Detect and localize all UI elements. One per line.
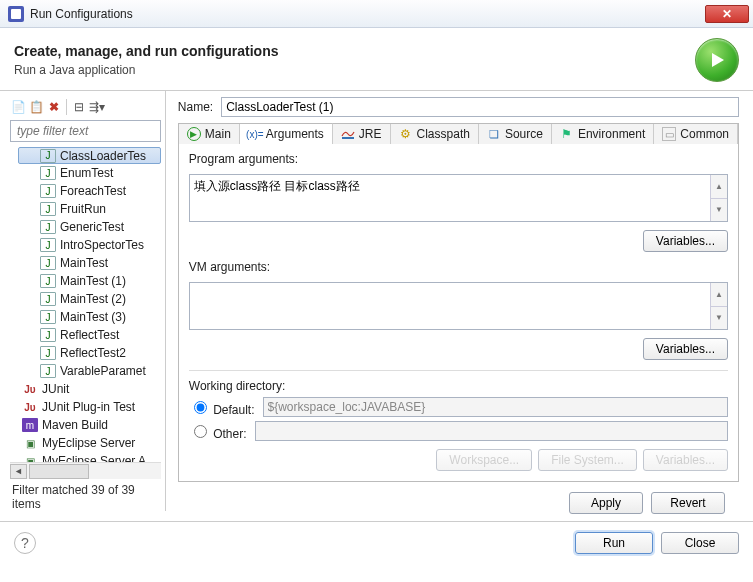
close-button[interactable]: Close [661,532,739,554]
wd-default-radio[interactable]: Default: [189,398,255,417]
tree-item-label: ForeachTest [60,184,126,198]
ji-icon: J [40,166,56,180]
environment-tab-icon: ⚑ [560,127,574,141]
program-args-variables-button[interactable]: Variables... [643,230,728,252]
srv-icon: ▣ [22,454,38,462]
detail-pane: Name: ▶Main(x)=ArgumentsJRE⚙Classpath❏So… [166,91,753,511]
tree-item-label: GenericTest [60,220,124,234]
vm-args-field[interactable]: ▲ ▼ [189,282,728,330]
tree-hscrollbar[interactable]: ◄ [10,462,161,479]
tree-item[interactable]: JMainTest (3) [18,308,161,326]
tree-item[interactable]: JυJUnit [18,380,161,398]
ju-icon: Jυ [22,382,38,396]
tab-common[interactable]: ▭Common [654,124,738,144]
tree-item[interactable]: ▣MyEclipse Server A [18,452,161,462]
config-tree[interactable]: JClassLoaderTesJEnumTestJForeachTestJFru… [10,146,161,462]
new-config-icon[interactable]: 📄 [10,99,26,115]
tab-main[interactable]: ▶Main [179,124,240,144]
tab-bar: ▶Main(x)=ArgumentsJRE⚙Classpath❏Source⚑E… [178,123,739,144]
wd-other-value [255,421,728,441]
header-title: Create, manage, and run configurations [14,43,279,59]
filter-input-wrap[interactable] [10,120,161,142]
tree-item[interactable]: JClassLoaderTes [18,147,161,164]
tree-item[interactable]: ▣MyEclipse Server [18,434,161,452]
filter-input[interactable] [15,123,156,139]
wd-other-radio[interactable]: Other: [189,422,247,441]
tree-item-label: ClassLoaderTes [60,149,146,163]
help-icon[interactable]: ? [14,532,36,554]
header-text: Create, manage, and run configurations R… [14,43,279,77]
source-tab-icon: ❏ [487,127,501,141]
ji-icon: J [40,364,56,378]
tab-arguments[interactable]: (x)=Arguments [240,123,333,144]
vm-args-spinner[interactable]: ▲ ▼ [710,283,727,329]
tab-source[interactable]: ❏Source [479,124,552,144]
filter-menu-icon[interactable]: ⇶▾ [89,99,105,115]
configurations-pane: 📄 📋 ✖ ⊟ ⇶▾ JClassLoaderTesJEnumTestJFore… [0,91,166,511]
duplicate-config-icon[interactable]: 📋 [28,99,44,115]
revert-button[interactable]: Revert [651,492,725,514]
tab-label: Arguments [266,127,324,141]
toolbar-separator [66,99,67,115]
tree-item[interactable]: JEnumTest [18,164,161,182]
tree-item[interactable]: JIntroSpectorTes [18,236,161,254]
tab-environment[interactable]: ⚑Environment [552,124,654,144]
spin-down-icon[interactable]: ▼ [710,199,727,222]
ji-icon: J [40,292,56,306]
tree-item[interactable]: JMainTest (1) [18,272,161,290]
collapse-all-icon[interactable]: ⊟ [71,99,87,115]
window-close-button[interactable]: ✕ [705,5,749,23]
program-args-input[interactable] [190,175,710,221]
delete-config-icon[interactable]: ✖ [46,99,62,115]
tree-item[interactable]: JReflectTest [18,326,161,344]
titlebar: Run Configurations ✕ [0,0,753,28]
tab-jre[interactable]: JRE [333,124,391,144]
tree-item-label: MainTest (2) [60,292,126,306]
tree-item[interactable]: JυJUnit Plug-in Test [18,398,161,416]
vm-args-variables-button[interactable]: Variables... [643,338,728,360]
arguments-tab-icon: (x)= [248,127,262,141]
ji-icon: J [40,328,56,342]
tree-item[interactable]: JVarableParamet [18,362,161,380]
tree-item[interactable]: JMainTest [18,254,161,272]
run-button[interactable]: Run [575,532,653,554]
wd-workspace-button[interactable]: Workspace... [436,449,532,471]
wd-variables-button[interactable]: Variables... [643,449,728,471]
tree-item-label: JUnit Plug-in Test [42,400,135,414]
tree-item-label: VarableParamet [60,364,146,378]
bottom-buttons: Run Close [575,532,739,554]
tree-item[interactable]: JReflectTest2 [18,344,161,362]
tree-item[interactable]: JMainTest (2) [18,290,161,308]
config-toolbar: 📄 📋 ✖ ⊟ ⇶▾ [10,97,161,120]
arguments-tab-body: Program arguments: ▲ ▼ Variables... VM a… [178,144,739,482]
scroll-thumb[interactable] [29,464,89,479]
name-input[interactable] [221,97,739,117]
vm-args-label: VM arguments: [189,260,728,274]
program-args-field[interactable]: ▲ ▼ [189,174,728,222]
ji-icon: J [40,149,56,163]
tab-classpath[interactable]: ⚙Classpath [391,124,479,144]
spin-up-icon[interactable]: ▲ [710,283,727,307]
tree-item[interactable]: JForeachTest [18,182,161,200]
tree-item[interactable]: JFruitRun [18,200,161,218]
program-args-spinner[interactable]: ▲ ▼ [710,175,727,221]
spin-up-icon[interactable]: ▲ [710,175,727,199]
vm-args-input[interactable] [190,283,710,329]
ji-icon: J [40,220,56,234]
app-icon [8,6,24,22]
apply-button[interactable]: Apply [569,492,643,514]
wd-filesystem-button[interactable]: File System... [538,449,637,471]
classpath-tab-icon: ⚙ [399,127,413,141]
tree-item-label: MainTest (1) [60,274,126,288]
srv-icon: ▣ [22,436,38,450]
ji-icon: J [40,274,56,288]
jre-tab-icon [341,127,355,141]
ji-icon: J [40,256,56,270]
scroll-left-icon[interactable]: ◄ [10,464,27,479]
tree-item[interactable]: JGenericTest [18,218,161,236]
working-dir-section: Working directory: Default: Other: Works… [189,370,728,471]
spin-down-icon[interactable]: ▼ [710,307,727,330]
tree-item[interactable]: mMaven Build [18,416,161,434]
tree-item-label: IntroSpectorTes [60,238,144,252]
ji-icon: J [40,310,56,324]
